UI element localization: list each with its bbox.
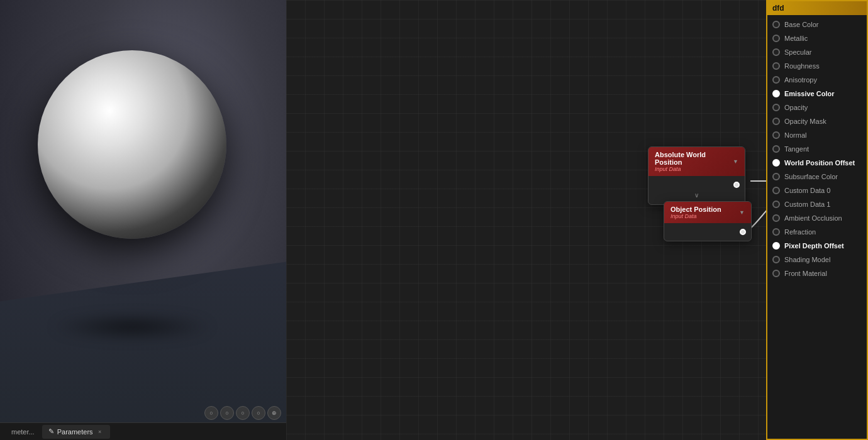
viewport-controls: ○ ○ ○ ○ ⊕	[204, 406, 281, 420]
node-op-chevron[interactable]: ▼	[739, 209, 745, 216]
prop-item-world-position-offset[interactable]: World Position Offset	[767, 156, 867, 170]
prop-item-pixel-depth-offset[interactable]: Pixel Depth Offset	[767, 239, 867, 253]
node-op-title: Object Position	[670, 206, 721, 213]
node-op-body	[664, 223, 751, 241]
prop-dot-roughness	[772, 62, 780, 70]
prop-dot-tangent	[772, 145, 780, 153]
material-props-list[interactable]: Base ColorMetallicSpecularRoughnessAniso…	[767, 15, 867, 439]
sphere-shadow	[50, 314, 214, 339]
prop-label-pixel-depth-offset: Pixel Depth Offset	[784, 242, 844, 250]
main-container: ○ ○ ○ ○ ⊕ meter... ✎ Parameters ×	[0, 0, 868, 440]
prop-dot-specular	[772, 48, 780, 56]
prop-item-metallic[interactable]: Metallic	[767, 31, 867, 45]
prop-dot-emissive-color	[772, 90, 780, 97]
prop-label-tangent: Tangent	[784, 145, 809, 153]
tab-parameters[interactable]: ✎ Parameters ×	[42, 425, 110, 439]
prop-item-refraction[interactable]: Refraction	[767, 225, 867, 239]
prop-label-custom-data-1: Custom Data 1	[784, 201, 830, 208]
prop-label-ambient-occlusion: Ambient Occlusion	[784, 214, 842, 222]
node-awp-header: Absolute World Position Input Data ▼	[648, 147, 745, 176]
prop-label-emissive-color: Emissive Color	[784, 90, 834, 97]
tab-meter[interactable]: meter...	[5, 425, 41, 439]
prop-item-opacity[interactable]: Opacity	[767, 101, 867, 114]
node-awp-chevron[interactable]: ▼	[733, 158, 738, 165]
tab-close-icon[interactable]: ×	[96, 428, 104, 436]
node-editor[interactable]: Absolute World Position Input Data ▼ ∨ O…	[286, 0, 766, 440]
node-awp-output-row	[648, 180, 745, 190]
prop-dot-pixel-depth-offset	[772, 242, 780, 250]
tab-meter-label: meter...	[11, 428, 35, 436]
prop-label-refraction: Refraction	[784, 228, 816, 236]
prop-item-normal[interactable]: Normal	[767, 128, 867, 142]
prop-label-front-material: Front Material	[784, 270, 827, 277]
prop-label-base-color: Base Color	[784, 21, 818, 28]
sphere-scene	[0, 0, 286, 440]
vp-btn-1[interactable]: ○	[204, 406, 218, 420]
node-awp-title: Absolute World Position	[655, 151, 733, 166]
node-awp-output-port[interactable]	[733, 182, 740, 188]
prop-label-opacity: Opacity	[784, 104, 808, 111]
prop-label-subsurface-color: Subsurface Color	[784, 173, 838, 180]
prop-dot-anisotropy	[772, 76, 780, 84]
prop-dot-opacity-mask	[772, 118, 780, 125]
prop-dot-metallic	[772, 35, 780, 42]
viewport-tabs: meter... ✎ Parameters ×	[0, 422, 286, 440]
material-panel-title: dfd	[772, 4, 784, 13]
prop-item-opacity-mask[interactable]: Opacity Mask	[767, 114, 867, 128]
material-panel-header: dfd	[767, 1, 867, 15]
viewport-panel: ○ ○ ○ ○ ⊕ meter... ✎ Parameters ×	[0, 0, 286, 440]
prop-label-normal: Normal	[784, 131, 806, 139]
prop-dot-subsurface-color	[772, 173, 780, 180]
prop-dot-refraction	[772, 228, 780, 236]
vp-btn-3[interactable]: ○	[236, 406, 250, 420]
prop-dot-opacity	[772, 104, 780, 111]
node-absolute-world-pos[interactable]: Absolute World Position Input Data ▼ ∨	[648, 146, 745, 205]
prop-label-roughness: Roughness	[784, 62, 820, 70]
node-op-subtitle: Input Data	[670, 213, 721, 219]
prop-item-specular[interactable]: Specular	[767, 45, 867, 59]
prop-label-metallic: Metallic	[784, 35, 808, 42]
prop-item-roughness[interactable]: Roughness	[767, 59, 867, 73]
prop-dot-custom-data-1	[772, 201, 780, 208]
prop-item-emissive-color[interactable]: Emissive Color	[767, 87, 867, 101]
prop-item-tangent[interactable]: Tangent	[767, 142, 867, 156]
prop-item-anisotropy[interactable]: Anisotropy	[767, 73, 867, 87]
prop-item-front-material[interactable]: Front Material	[767, 267, 867, 280]
prop-label-anisotropy: Anisotropy	[784, 76, 817, 84]
prop-dot-world-position-offset	[772, 159, 780, 167]
node-op-header: Object Position Input Data ▼	[664, 202, 751, 223]
prop-dot-base-color	[772, 21, 780, 28]
prop-dot-custom-data-0	[772, 187, 780, 194]
prop-item-subsurface-color[interactable]: Subsurface Color	[767, 170, 867, 184]
prop-item-custom-data-0[interactable]: Custom Data 0	[767, 184, 867, 197]
prop-label-custom-data-0: Custom Data 0	[784, 187, 830, 194]
prop-item-shading-model[interactable]: Shading Model	[767, 253, 867, 267]
node-awp-body: ∨	[648, 176, 745, 204]
node-awp-expand[interactable]: ∨	[648, 190, 745, 201]
prop-label-shading-model: Shading Model	[784, 256, 830, 263]
node-op-output-row	[664, 227, 751, 237]
nodes-area: Absolute World Position Input Data ▼ ∨ O…	[286, 0, 766, 440]
node-op-output-port[interactable]	[740, 229, 746, 235]
vp-btn-2[interactable]: ○	[220, 406, 234, 420]
prop-item-ambient-occlusion[interactable]: Ambient Occlusion	[767, 211, 867, 225]
prop-label-world-position-offset: World Position Offset	[784, 159, 855, 167]
material-panel: dfd Base ColorMetallicSpecularRoughnessA…	[766, 0, 868, 440]
prop-dot-ambient-occlusion	[772, 214, 780, 222]
prop-dot-shading-model	[772, 256, 780, 263]
node-awp-subtitle: Input Data	[655, 166, 733, 172]
preview-sphere	[38, 50, 226, 239]
prop-dot-normal	[772, 131, 780, 139]
prop-dot-front-material	[772, 270, 780, 277]
prop-item-custom-data-1[interactable]: Custom Data 1	[767, 197, 867, 211]
vp-btn-5[interactable]: ⊕	[267, 406, 281, 420]
node-object-position[interactable]: Object Position Input Data ▼	[664, 201, 752, 241]
vp-btn-4[interactable]: ○	[252, 406, 265, 420]
tab-parameters-label: Parameters	[57, 428, 93, 436]
prop-label-opacity-mask: Opacity Mask	[784, 118, 826, 125]
prop-label-specular: Specular	[784, 48, 811, 56]
prop-item-base-color[interactable]: Base Color	[767, 18, 867, 31]
pencil-icon: ✎	[48, 427, 54, 436]
